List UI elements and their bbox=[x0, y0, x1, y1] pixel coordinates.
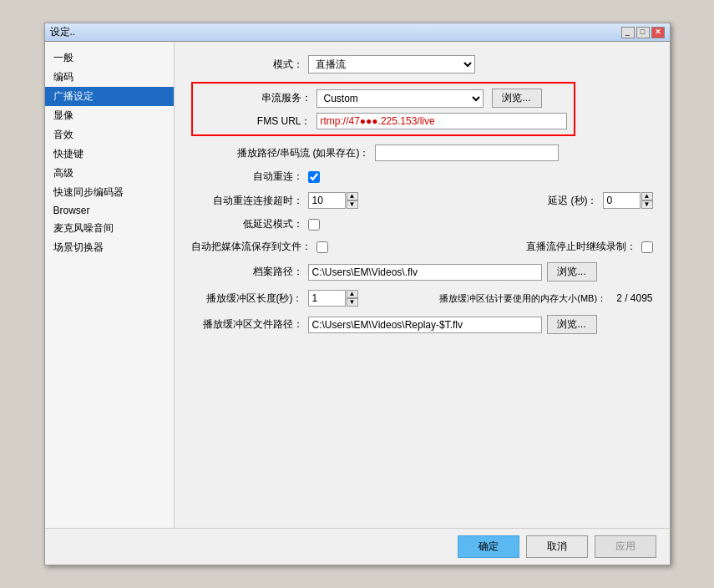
delay-input[interactable] bbox=[603, 192, 641, 209]
buffer-length-up-button[interactable]: ▲ bbox=[347, 290, 358, 298]
window-title: 设定.. bbox=[50, 25, 76, 39]
buffer-length-input[interactable] bbox=[308, 290, 346, 307]
buffer-length-row: 播放缓冲区长度(秒)： ▲ ▼ 播放缓冲区估计要使用的内存大小(MB)： 2 /… bbox=[191, 290, 653, 307]
stream-service-label: 串流服务： bbox=[200, 91, 316, 105]
play-path-row: 播放路径/串码流 (如果存在)： bbox=[191, 144, 653, 161]
sidebar-item-hotkey[interactable]: 快捷键 bbox=[45, 144, 174, 164]
sidebar-item-audio[interactable]: 音效 bbox=[45, 125, 174, 144]
delay-spinner-buttons: ▲ ▼ bbox=[641, 192, 653, 209]
stream-service-browse-button[interactable]: 浏览... bbox=[492, 89, 542, 108]
fms-url-row: FMS URL： bbox=[200, 113, 567, 129]
sidebar-item-microphone[interactable]: 麦克风噪音间 bbox=[45, 219, 174, 238]
fms-url-input[interactable] bbox=[316, 113, 567, 129]
mode-row: 模式： 直播流 录制 bbox=[191, 55, 653, 74]
archive-path-browse-button[interactable]: 浏览... bbox=[547, 262, 597, 281]
window-body: 一般 编码 广播设定 显像 音效 快捷键 高级 快速同步编码器 Browser … bbox=[45, 42, 670, 528]
buffer-length-spinner: ▲ ▼ bbox=[308, 290, 358, 307]
continuous-record-checkbox[interactable] bbox=[641, 241, 653, 253]
close-button[interactable]: ✕ bbox=[651, 27, 665, 38]
low-latency-row: 低延迟模式： bbox=[191, 217, 653, 231]
play-path-input[interactable] bbox=[375, 144, 559, 161]
stream-service-select[interactable]: Custom Twitch YouTube Facebook bbox=[316, 89, 484, 108]
cancel-button[interactable]: 取消 bbox=[526, 535, 588, 558]
reconnect-timeout-up-button[interactable]: ▲ bbox=[347, 192, 358, 200]
sidebar-item-image[interactable]: 显像 bbox=[45, 106, 174, 125]
auto-reconnect-row: 自动重连： bbox=[191, 170, 653, 184]
play-path-label: 播放路径/串码流 (如果存在)： bbox=[191, 146, 375, 160]
replay-path-label: 播放缓冲区文件路径： bbox=[191, 317, 308, 332]
buffer-size-label: 播放缓冲区估计要使用的内存大小(MB)： bbox=[439, 292, 611, 305]
mode-select[interactable]: 直播流 录制 bbox=[308, 55, 475, 74]
sidebar-item-scene-switcher[interactable]: 场景切换器 bbox=[45, 238, 174, 257]
confirm-button[interactable]: 确定 bbox=[458, 535, 519, 558]
archive-path-input[interactable] bbox=[308, 264, 542, 281]
reconnect-timeout-spinner: ▲ ▼ bbox=[308, 192, 358, 209]
continuous-record-label: 直播流停止时继续录制： bbox=[508, 240, 641, 254]
auto-save-checkbox[interactable] bbox=[316, 241, 328, 253]
title-bar: 设定.. _ □ ✕ bbox=[45, 23, 670, 42]
sidebar-item-encode[interactable]: 编码 bbox=[45, 68, 174, 87]
replay-path-row: 播放缓冲区文件路径： 浏览... bbox=[191, 315, 653, 334]
auto-reconnect-label: 自动重连： bbox=[191, 170, 308, 184]
fms-url-label: FMS URL： bbox=[200, 114, 316, 129]
reconnect-timeout-down-button[interactable]: ▼ bbox=[347, 200, 358, 209]
sidebar: 一般 编码 广播设定 显像 音效 快捷键 高级 快速同步编码器 Browser … bbox=[45, 42, 175, 528]
archive-path-label: 档案路径： bbox=[191, 265, 308, 279]
settings-window: 设定.. _ □ ✕ 一般 编码 广播设定 显像 音效 快捷键 高级 快速同步编… bbox=[44, 23, 671, 565]
sidebar-item-general[interactable]: 一般 bbox=[45, 48, 174, 68]
stream-service-row: 串流服务： Custom Twitch YouTube Facebook 浏览.… bbox=[200, 89, 567, 108]
replay-path-browse-button[interactable]: 浏览... bbox=[547, 315, 597, 334]
sidebar-item-fastsync[interactable]: 快速同步编码器 bbox=[45, 183, 174, 202]
low-latency-label: 低延迟模式： bbox=[191, 217, 308, 231]
buffer-length-label: 播放缓冲区长度(秒)： bbox=[191, 291, 308, 306]
buffer-length-down-button[interactable]: ▼ bbox=[347, 298, 358, 307]
buffer-size-value: 2 / 4095 bbox=[616, 292, 652, 304]
delay-label: 延迟 (秒)： bbox=[536, 194, 603, 208]
main-content: 模式： 直播流 录制 串流服务： Custom Twitch YouTube bbox=[175, 42, 670, 528]
auto-save-label: 自动把媒体流保存到文件： bbox=[191, 240, 316, 254]
sidebar-item-browser[interactable]: Browser bbox=[45, 202, 174, 219]
maximize-button[interactable]: □ bbox=[636, 27, 650, 38]
delay-down-button[interactable]: ▼ bbox=[641, 200, 653, 209]
mode-label: 模式： bbox=[191, 58, 308, 72]
delay-up-button[interactable]: ▲ bbox=[641, 192, 653, 200]
buffer-length-spinner-buttons: ▲ ▼ bbox=[347, 290, 358, 307]
auto-save-row: 自动把媒体流保存到文件： 直播流停止时继续录制： bbox=[191, 240, 653, 254]
reconnect-timeout-label: 自动重连连接超时： bbox=[191, 194, 308, 208]
sidebar-item-advanced[interactable]: 高级 bbox=[45, 164, 174, 183]
replay-path-input[interactable] bbox=[308, 317, 542, 333]
reconnect-timeout-row: 自动重连连接超时： ▲ ▼ 延迟 (秒)： ▲ ▼ bbox=[191, 192, 653, 209]
reconnect-timeout-input[interactable] bbox=[308, 192, 346, 209]
auto-reconnect-checkbox[interactable] bbox=[308, 171, 320, 183]
sidebar-item-broadcast[interactable]: 广播设定 bbox=[45, 87, 174, 106]
minimize-button[interactable]: _ bbox=[621, 27, 635, 38]
footer: 确定 取消 应用 bbox=[45, 528, 670, 565]
reconnect-timeout-spinner-buttons: ▲ ▼ bbox=[347, 192, 358, 209]
window-controls: _ □ ✕ bbox=[621, 27, 665, 38]
delay-spinner: ▲ ▼ bbox=[603, 192, 653, 209]
apply-button[interactable]: 应用 bbox=[595, 535, 656, 558]
low-latency-checkbox[interactable] bbox=[308, 219, 320, 231]
archive-path-row: 档案路径： 浏览... bbox=[191, 262, 653, 281]
